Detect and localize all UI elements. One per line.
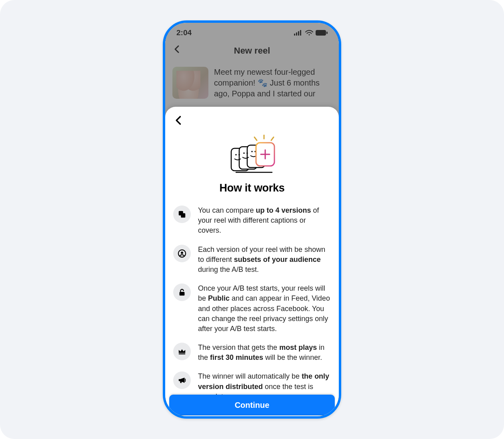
item-text: Once your A/B test starts, your reels wi… <box>198 283 331 334</box>
list-item: Once your A/B test starts, your reels wi… <box>173 283 331 334</box>
svg-rect-26 <box>180 292 185 295</box>
phone-screen: 2:04 New reel Meet my newest four-legged <box>165 23 339 416</box>
svg-rect-27 <box>179 353 186 354</box>
svg-point-12 <box>235 154 237 156</box>
phone-frame: 2:04 New reel Meet my newest four-legged <box>163 20 341 419</box>
svg-line-7 <box>254 137 257 140</box>
svg-point-25 <box>181 251 183 254</box>
list-item: Each version of your reel with be shown … <box>173 245 331 275</box>
svg-rect-23 <box>181 213 185 218</box>
list-item: You can compare up to 4 versions of your… <box>173 206 331 236</box>
list-item: The version that gets the most plays in … <box>173 343 331 363</box>
item-text: Each version of your reel with be shown … <box>198 245 331 275</box>
how-it-works-list: You can compare up to 4 versions of your… <box>173 206 331 411</box>
svg-point-16 <box>251 151 253 152</box>
sheet-illustration <box>173 135 331 175</box>
person-icon <box>173 245 191 262</box>
crown-icon <box>173 343 191 360</box>
cards-plus-icon <box>224 135 280 175</box>
chevron-left-icon <box>173 115 184 126</box>
svg-point-14 <box>243 152 245 154</box>
stack-icon <box>173 206 191 223</box>
item-text: You can compare up to 4 versions of your… <box>198 206 331 236</box>
item-text: The version that gets the most plays in … <box>198 343 331 363</box>
sheet-back-button[interactable] <box>173 115 331 128</box>
continue-button[interactable]: Continue <box>169 395 335 415</box>
svg-point-13 <box>238 154 240 156</box>
how-it-works-sheet: How it works You can compare up to 4 ver… <box>165 107 339 416</box>
canvas: 2:04 New reel Meet my newest four-legged <box>0 0 504 439</box>
svg-line-8 <box>271 137 274 140</box>
unlock-icon <box>173 283 191 301</box>
sheet-title: How it works <box>173 182 331 194</box>
svg-point-15 <box>246 152 248 154</box>
megaphone-icon <box>173 371 191 389</box>
